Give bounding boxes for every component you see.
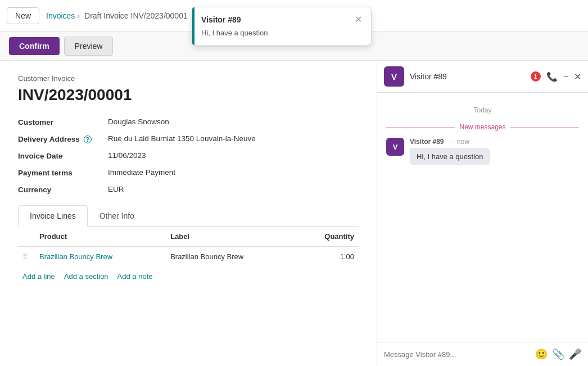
add-note-link[interactable]: Add a note	[117, 272, 153, 281]
delivery-address-field: Delivery Address ? Rue du Laid Burniat 1…	[18, 134, 359, 143]
chat-msg-avatar: V	[386, 138, 404, 156]
payment-terms-label: Payment terms	[18, 168, 108, 177]
preview-button[interactable]: Preview	[64, 37, 114, 56]
chat-date-divider: Today	[386, 106, 579, 114]
invoice-number: INV/2023/00001	[18, 86, 359, 104]
currency-label: Currency	[18, 185, 108, 194]
label-cell[interactable]: Brazilian Bouncy Brew	[166, 247, 297, 267]
delivery-address-value[interactable]: Rue du Laid Burniat 1350 Louvain-la-Neuv…	[108, 134, 256, 143]
divider-line-left	[386, 127, 455, 128]
payment-terms-value[interactable]: Immediate Payment	[108, 168, 175, 177]
label-col-header: Label	[166, 227, 297, 247]
chat-notif-message: Hi, I have a question	[201, 29, 362, 37]
chat-unread-badge: 1	[531, 71, 541, 82]
invoice-date-field: Invoice Date 11/06/2023	[18, 151, 359, 160]
chat-input-bar: 🙂 📎 🎤	[377, 342, 588, 366]
attachment-icon[interactable]: 📎	[552, 348, 564, 360]
chat-header: V Visitor #89 1 📞 − ✕	[377, 61, 588, 93]
chat-msg-sender: Visitor #89	[410, 138, 444, 146]
chat-body: Today New messages V Visitor #89 – now H…	[377, 93, 588, 342]
chat-panel: Visitor #89 ✕ Hi, I have a question V Vi…	[377, 61, 588, 366]
confirm-button[interactable]: Confirm	[9, 37, 60, 55]
invoice-date-label: Invoice Date	[18, 151, 108, 160]
invoice-type: Customer Invoice	[18, 74, 359, 83]
chat-avatar: V	[384, 66, 404, 87]
microphone-icon[interactable]: 🎤	[569, 348, 581, 360]
chat-notif-title: Visitor #89	[201, 15, 241, 24]
chat-message-row: V Visitor #89 – now Hi, I have a questio…	[386, 138, 579, 165]
currency-value[interactable]: EUR	[108, 185, 124, 193]
quantity-col-header: Quantity	[297, 227, 359, 247]
chat-msg-time: now	[457, 138, 469, 146]
drag-col-header	[18, 227, 35, 247]
main-content: Customer Invoice INV/2023/00001 Customer…	[0, 61, 588, 366]
invoice-date-value[interactable]: 11/06/2023	[108, 151, 146, 160]
customer-field: Customer Douglas Snowson	[18, 118, 359, 126]
help-icon[interactable]: ?	[84, 135, 92, 143]
emoji-icon[interactable]: 🙂	[535, 348, 548, 360]
product-col-header: Product	[35, 227, 166, 247]
divider-line-right	[510, 127, 579, 128]
chat-msg-time-separator: –	[449, 138, 453, 146]
quantity-cell[interactable]: 1.00	[297, 247, 359, 267]
phone-icon[interactable]: 📞	[546, 71, 558, 82]
drag-handle-icon[interactable]: ⠿	[22, 252, 28, 261]
chat-msg-meta: Visitor #89 – now	[410, 138, 490, 146]
customer-label: Customer	[18, 118, 108, 126]
table-row: ⠿ Brazilian Bouncy Brew Brazilian Bouncy…	[18, 247, 359, 267]
breadcrumb-separator: ›	[77, 11, 80, 20]
add-line-link[interactable]: Add a line	[22, 272, 55, 281]
chat-message-input[interactable]	[384, 350, 531, 359]
product-link[interactable]: Brazilian Bouncy Brew	[39, 252, 112, 261]
invoice-draft-label: Draft Invoice INV/2023/00001	[84, 11, 188, 20]
chat-visitor-name: Visitor #89	[410, 72, 525, 81]
invoice-panel: Customer Invoice INV/2023/00001 Customer…	[0, 61, 377, 366]
drag-handle-cell[interactable]: ⠿	[18, 247, 35, 267]
product-cell: Brazilian Bouncy Brew	[35, 247, 166, 267]
customer-value[interactable]: Douglas Snowson	[108, 118, 169, 126]
invoice-table: Product Label Quantity ⠿ Brazilian Bounc…	[18, 227, 359, 266]
new-messages-divider: New messages	[386, 123, 579, 131]
tab-invoice-lines[interactable]: Invoice Lines	[18, 205, 88, 227]
new-button[interactable]: New	[7, 7, 39, 24]
new-messages-label: New messages	[459, 123, 505, 131]
chat-notif-header: Visitor #89 ✕	[201, 15, 362, 24]
delivery-address-label: Delivery Address ?	[18, 134, 108, 143]
close-chat-icon[interactable]: ✕	[574, 71, 581, 82]
tab-other-info[interactable]: Other Info	[88, 205, 146, 226]
payment-terms-field: Payment terms Immediate Payment	[18, 168, 359, 177]
chat-notif-bar	[192, 7, 195, 45]
minimize-icon[interactable]: −	[563, 71, 568, 82]
chat-header-icons: 📞 − ✕	[546, 71, 581, 82]
chat-msg-content: Visitor #89 – now Hi, I have a question	[410, 138, 490, 165]
currency-field: Currency EUR	[18, 185, 359, 194]
chat-notification: Visitor #89 ✕ Hi, I have a question	[192, 7, 372, 46]
add-actions: Add a line Add a section Add a note	[18, 266, 359, 286]
chat-msg-bubble: Hi, I have a question	[410, 148, 490, 165]
add-section-link[interactable]: Add a section	[64, 272, 108, 281]
tabs-container: Invoice Lines Other Info	[18, 205, 359, 227]
chat-notif-close-icon[interactable]: ✕	[355, 15, 362, 24]
breadcrumb-invoices[interactable]: Invoices	[46, 11, 75, 20]
